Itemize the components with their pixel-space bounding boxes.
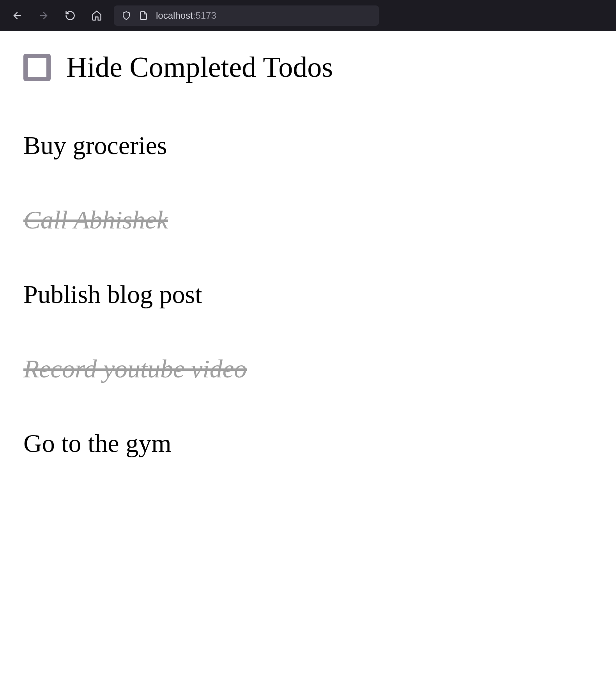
reload-icon[interactable] xyxy=(65,10,76,21)
todo-list: Buy groceries Call Abhishek Publish blog… xyxy=(23,131,593,458)
address-bar[interactable]: localhost:5173 xyxy=(114,5,379,26)
shield-icon[interactable] xyxy=(122,11,131,20)
filter-label: Hide Completed Todos xyxy=(66,51,333,84)
todo-item[interactable]: Record youtube video xyxy=(23,354,593,384)
home-icon[interactable] xyxy=(91,10,102,21)
todo-item[interactable]: Publish blog post xyxy=(23,280,593,309)
nav-controls xyxy=(12,10,102,21)
browser-chrome: localhost:5173 xyxy=(0,0,616,31)
page-content: Hide Completed Todos Buy groceries Call … xyxy=(0,31,616,478)
forward-icon[interactable] xyxy=(38,10,49,21)
back-icon[interactable] xyxy=(12,10,23,21)
hide-completed-checkbox[interactable] xyxy=(23,54,51,81)
url-text: localhost:5173 xyxy=(156,10,216,21)
todo-item[interactable]: Go to the gym xyxy=(23,428,593,458)
todo-item[interactable]: Call Abhishek xyxy=(23,205,593,235)
filter-row: Hide Completed Todos xyxy=(23,51,593,84)
page-icon xyxy=(139,11,148,20)
todo-item[interactable]: Buy groceries xyxy=(23,131,593,160)
url-port: :5173 xyxy=(193,10,216,21)
url-host: localhost xyxy=(156,10,193,21)
